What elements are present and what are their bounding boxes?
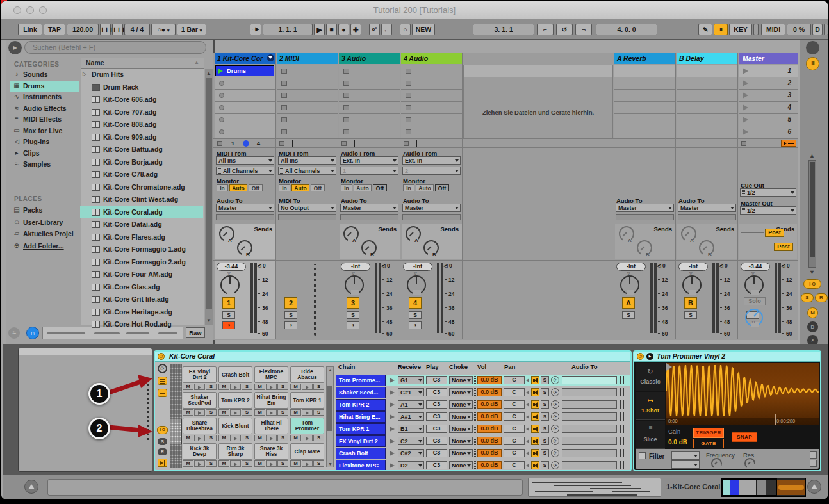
chain-pan-display[interactable]: C [504, 388, 525, 396]
chain-solo-button[interactable]: S [541, 388, 549, 396]
send-a-knob[interactable] [406, 226, 421, 241]
send-b-knob[interactable] [237, 240, 252, 256]
choke-chooser[interactable]: None [449, 388, 473, 396]
drum-pad-ride-abacus[interactable]: Ride Abacus [290, 366, 324, 383]
drum-pad-hihat-hi-there[interactable]: Hihat Hi There [254, 418, 288, 434]
sidebar-item-clips[interactable]: ▸Clips [10, 148, 79, 159]
file-row-kit-core-c78-adg[interactable]: Kit-Core C78.adg [80, 168, 203, 181]
res-knob[interactable] [744, 458, 755, 469]
file-row-kit-core-formaggio-2-adg[interactable]: Kit-Core Formaggio 2.adg [80, 256, 203, 268]
chain-hot-swap-button[interactable]: ⟳ [551, 437, 559, 445]
file-scrollbar[interactable]: ▲ ▼ [205, 69, 213, 325]
solo-button[interactable]: S [284, 311, 297, 319]
return-header-b-delay[interactable]: B Delay [677, 53, 737, 64]
clip-stop-icon[interactable] [343, 81, 349, 86]
chain-name[interactable]: Tom KPR 2 [336, 399, 386, 411]
pad-solo-button[interactable]: S [277, 460, 288, 467]
scene-play-icon[interactable] [743, 92, 748, 99]
receive-note-chooser[interactable]: A1 [398, 400, 424, 409]
punch-position-display[interactable]: 3. 1. 1 [473, 24, 534, 35]
show-detail-toggle[interactable] [807, 480, 821, 494]
show-info-toggle[interactable] [24, 480, 38, 494]
reenable-automation-button[interactable]: ← [381, 24, 392, 35]
pad-solo-button[interactable]: S [206, 460, 217, 467]
output-chooser[interactable]: Master [616, 204, 674, 212]
input-channel-chooser[interactable]: 1 [340, 167, 398, 175]
clip-stop-icon[interactable] [219, 93, 224, 98]
sample-waveform-display[interactable]: 0:000:00:200 [666, 363, 819, 425]
clip-slot[interactable] [277, 77, 338, 90]
chain-name[interactable]: Crash Bolt [336, 448, 386, 459]
send-b-knob[interactable] [423, 240, 439, 256]
pad-solo-button[interactable]: S [242, 460, 252, 467]
returns-section-toggle[interactable]: R [815, 293, 828, 302]
chain-activator-button[interactable] [531, 425, 539, 433]
pad-preview-button[interactable] [302, 435, 313, 441]
chain-row-tom-kpr-1[interactable]: Tom KPR 1B1C3None0.0 dBCS⟳ [336, 423, 630, 435]
monitor-in-button[interactable]: In [341, 184, 352, 191]
browser-collapse-button[interactable]: ▶ [8, 41, 22, 54]
scroll-up-icon[interactable]: ▲ [328, 368, 332, 372]
monitor-in-button[interactable]: In [403, 184, 414, 191]
input-type-chooser[interactable]: Ext. In [340, 156, 398, 165]
chain-activator-button[interactable] [531, 388, 539, 396]
automation-arm-button[interactable]: o° [369, 24, 380, 35]
file-row-kit-core-606-adg[interactable]: Kit-Core 606.adg [80, 93, 203, 106]
send-a-knob[interactable] [681, 226, 696, 241]
pad-preview-button[interactable] [302, 384, 313, 390]
scene-play-icon[interactable] [743, 117, 748, 123]
pad-solo-button[interactable]: S [242, 409, 252, 416]
arm-button[interactable]: ◑ [409, 321, 422, 329]
play-note-display[interactable]: C3 [426, 437, 447, 445]
clip-stop-icon[interactable] [406, 117, 411, 122]
chain-solo-button[interactable]: S [541, 449, 549, 457]
clip-stop-icon[interactable] [343, 117, 349, 122]
tab-classic[interactable]: ↻Classic [636, 363, 665, 391]
pad-mute-button[interactable]: M [290, 435, 301, 441]
chain-pan-display[interactable]: C [504, 461, 525, 469]
io-section-toggle[interactable]: I·O [803, 279, 821, 289]
tap-tempo-button[interactable]: TAP [44, 24, 65, 35]
output-channel-box[interactable] [340, 214, 398, 220]
drag-handle-dots[interactable] [474, 388, 476, 396]
monitor-off-button[interactable]: Off [311, 184, 325, 191]
pad-preview-button[interactable] [230, 384, 241, 390]
clip-slot[interactable] [277, 65, 338, 77]
file-row-kit-core-four-am-adg[interactable]: Kit-Core Four AM.adg [80, 268, 203, 280]
pan-knob[interactable] [744, 275, 764, 295]
crossfader-strip[interactable] [528, 478, 661, 497]
pad-solo-button[interactable]: S [242, 435, 252, 441]
output-channel-box[interactable] [678, 214, 736, 220]
key-map-spinner[interactable] [753, 24, 759, 35]
sidebar-item-plug-ins[interactable]: ◁Plug-Ins [10, 136, 79, 147]
clip-stop-icon[interactable] [343, 129, 349, 134]
clip-stop-icon[interactable] [281, 105, 287, 110]
track-stop-all-icon[interactable] [217, 141, 222, 146]
chain-name[interactable]: Flexitone MPC [336, 460, 386, 470]
pad-mute-button[interactable]: M [254, 409, 265, 416]
back-to-arrangement-button[interactable] [781, 140, 796, 147]
pad-solo-button[interactable]: S [277, 435, 288, 441]
sidebar-item-user-library[interactable]: ☺User-Library [10, 217, 79, 228]
device-chain-overview[interactable] [721, 478, 806, 497]
chain-volume-display[interactable]: 0.0 dB [477, 376, 502, 384]
sends-section-toggle[interactable]: S [801, 293, 814, 302]
chain-play-icon[interactable] [390, 451, 395, 456]
sidebar-item-instruments[interactable]: ∿Instruments [10, 92, 79, 102]
output-chooser[interactable]: Master [678, 204, 736, 212]
chain-name[interactable]: Hihat Bring E... [336, 411, 386, 423]
track-header-1-kit-core-cor[interactable]: 1 Kit-Core Cor [215, 53, 275, 64]
sidebar-item-audio-effects[interactable]: ≈Audio Effects [10, 103, 79, 114]
master-out-chooser[interactable]: 1/2 [740, 206, 796, 215]
trigger-button[interactable]: TRIGGER [693, 428, 724, 438]
nudge-up-button[interactable]: ❙❙❙ [112, 24, 123, 35]
pad-mute-button[interactable]: M [218, 409, 229, 416]
send-b-knob[interactable] [699, 240, 714, 256]
chain-name[interactable]: Tom KPR 1 [336, 423, 386, 435]
track-header-3-audio[interactable]: 3 Audio [339, 53, 400, 64]
drum-pad-kick-blunt[interactable]: Kick Blunt [218, 418, 252, 434]
clip-slot[interactable]: Drums [215, 65, 275, 77]
pad-solo-button[interactable]: S [206, 384, 217, 390]
scroll-down-icon[interactable]: ▼ [328, 462, 332, 466]
device-view-toggle[interactable]: III [806, 57, 819, 70]
